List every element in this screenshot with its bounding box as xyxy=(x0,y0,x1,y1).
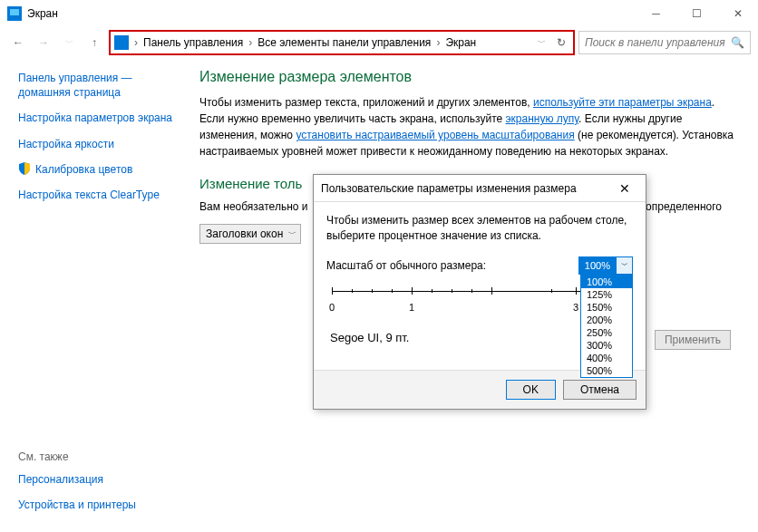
forward-button[interactable]: → xyxy=(33,32,54,53)
ruler-mark: 1 xyxy=(409,302,414,313)
chevron-down-icon: ﹀ xyxy=(616,257,632,274)
dropdown-option[interactable]: 300% xyxy=(581,339,632,352)
dialog-close-button[interactable]: ✕ xyxy=(611,181,638,196)
see-also-link[interactable]: Персонализация xyxy=(18,472,136,487)
breadcrumb-item[interactable]: Панель управления xyxy=(143,36,243,49)
sidebar-link[interactable]: Настройка параметров экрана xyxy=(18,111,176,125)
ruler-mark: 3 xyxy=(573,302,578,313)
custom-scale-link[interactable]: установить настраиваемый уровень масштаб… xyxy=(296,129,574,141)
chevron-right-icon: › xyxy=(132,36,140,49)
ok-button[interactable]: OK xyxy=(506,380,556,400)
location-icon xyxy=(114,35,129,50)
up-button[interactable]: ↑ xyxy=(83,32,105,53)
refresh-button[interactable]: ↻ xyxy=(553,36,569,49)
custom-scaling-dialog: Пользовательские параметры изменения раз… xyxy=(313,174,646,410)
search-placeholder: Поиск в панели управления xyxy=(585,36,725,49)
dropdown-option[interactable]: 150% xyxy=(581,301,632,314)
chevron-down-icon: ﹀ xyxy=(288,228,296,240)
back-button[interactable]: ← xyxy=(7,32,29,53)
chevron-right-icon: › xyxy=(434,36,442,49)
apply-button[interactable]: Применить xyxy=(655,330,731,350)
see-also-link[interactable]: Устройства и принтеры xyxy=(18,498,136,512)
chevron-right-icon: › xyxy=(247,36,254,49)
body-text: Чтобы изменить размер текста, приложений… xyxy=(199,94,740,160)
search-input[interactable]: Поиск в панели управления 🔍 xyxy=(578,31,751,54)
address-bar[interactable]: › Панель управления › Все элементы панел… xyxy=(109,30,575,55)
recent-dropdown[interactable]: ﹀ xyxy=(58,32,80,53)
see-also-header: См. также xyxy=(18,450,136,463)
dropdown-option[interactable]: 200% xyxy=(581,314,632,326)
text-element-combo[interactable]: Заголовки окон ﹀ xyxy=(199,224,301,244)
cancel-button[interactable]: Отмена xyxy=(563,380,637,400)
search-icon: 🔍 xyxy=(731,36,744,49)
app-icon xyxy=(7,6,22,21)
address-dropdown[interactable]: ﹀ xyxy=(534,37,549,49)
dropdown-option[interactable]: 100% xyxy=(581,276,632,288)
scale-value: 100% xyxy=(579,257,616,274)
window-title: Экран xyxy=(27,7,636,20)
breadcrumb-item[interactable]: Все элементы панели управления xyxy=(258,36,431,49)
sidebar-home-link[interactable]: Панель управления — домашняя страница xyxy=(18,71,176,100)
ruler-mark: 0 xyxy=(329,302,335,313)
shield-icon xyxy=(18,162,31,175)
settings-link[interactable]: используйте эти параметры экрана xyxy=(533,96,712,109)
scale-combo[interactable]: 100% ﹀ xyxy=(578,256,633,275)
close-button[interactable]: ✕ xyxy=(717,0,758,27)
dropdown-option[interactable]: 125% xyxy=(581,288,632,301)
dialog-body-text: Чтобы изменить размер всех элементов на … xyxy=(326,213,633,244)
maximize-button[interactable]: ☐ xyxy=(676,0,717,27)
sidebar-link[interactable]: Настройка яркости xyxy=(18,137,176,151)
dropdown-option[interactable]: 400% xyxy=(581,352,632,364)
breadcrumb-item[interactable]: Экран xyxy=(445,36,476,49)
dialog-title: Пользовательские параметры изменения раз… xyxy=(321,182,611,195)
dropdown-option[interactable]: 250% xyxy=(581,326,632,339)
sidebar-link[interactable]: Настройка текста ClearType xyxy=(18,188,176,202)
page-heading: Изменение размера элементов xyxy=(199,69,740,85)
scale-label: Масштаб от обычного размера: xyxy=(326,259,569,272)
magnifier-link[interactable]: экранную лупу xyxy=(506,112,579,125)
scale-dropdown: 100% 125% 150% 200% 250% 300% 400% 500% xyxy=(580,275,633,378)
combo-value: Заголовки окон xyxy=(206,227,283,240)
sidebar-link[interactable]: Калибровка цветов xyxy=(35,162,132,177)
dropdown-option[interactable]: 500% xyxy=(581,364,632,377)
minimize-button[interactable]: ─ xyxy=(636,0,676,27)
svg-rect-1 xyxy=(10,9,19,15)
